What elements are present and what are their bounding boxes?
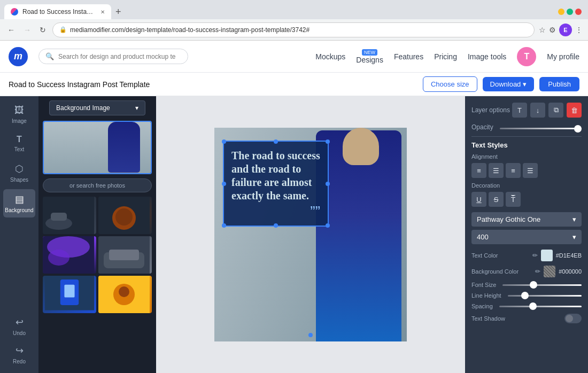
align-center-btn[interactable]: ☰ <box>489 163 504 178</box>
search-photos-input[interactable]: or search free photos <box>43 178 152 192</box>
handle-top-middle[interactable] <box>274 139 278 144</box>
photo-thumb-5[interactable] <box>43 276 96 313</box>
text-color-hex: #D1E4EB <box>556 252 582 259</box>
menu-button[interactable]: ⋮ <box>575 26 583 34</box>
sidebar-item-shapes[interactable]: ⬡ Shapes <box>3 159 35 187</box>
browser-tab[interactable]: Road to Success Instagram Post ✕ <box>4 4 111 19</box>
font-weight-dropdown[interactable]: 400 ▾ <box>471 230 582 244</box>
publish-button[interactable]: Publish <box>539 77 579 91</box>
handle-bottom-middle[interactable] <box>274 223 278 228</box>
choose-size-button[interactable]: Choose size <box>423 76 477 92</box>
bg-color-picker: ✏ #000000 <box>535 266 582 277</box>
design-canvas[interactable]: The road to success and the road to fail… <box>214 128 407 341</box>
layer-down-btn[interactable]: ↓ <box>530 103 545 118</box>
align-justify-btn[interactable]: ☰ <box>523 163 538 178</box>
line-height-row: Line Height <box>471 292 582 299</box>
handle-top-left[interactable] <box>222 139 226 144</box>
sidebar-item-background[interactable]: ▤ Background <box>3 189 35 217</box>
extensions-button[interactable]: ⚙ <box>549 26 556 34</box>
font-family-dropdown[interactable]: Pathway Gothic One ▾ <box>471 212 582 227</box>
handle-middle-right[interactable] <box>326 182 330 186</box>
divider-1 <box>471 136 582 137</box>
shapes-icon: ⬡ <box>15 163 24 175</box>
right-panel: Layer options T ↓ ⧉ 🗑 Opacity Text Style… <box>465 96 588 373</box>
reload-button[interactable]: ↻ <box>37 24 48 36</box>
text-styles-section: Text Styles Alignment ≡ ☰ ≡ ☰ Decoration <box>471 141 582 323</box>
text-color-edit-btn[interactable]: ✏ <box>532 252 538 259</box>
layer-duplicate-btn[interactable]: ⧉ <box>548 103 563 118</box>
quote-marks: ”” <box>231 205 320 218</box>
underline-btn[interactable]: U <box>471 192 486 207</box>
sidebar-item-text[interactable]: T Text <box>3 130 35 157</box>
download-button[interactable]: Download ▾ <box>483 77 535 91</box>
text-shadow-toggle[interactable] <box>564 314 582 323</box>
align-right-btn[interactable]: ≡ <box>506 163 521 178</box>
search-bar[interactable]: 🔍 <box>38 49 188 64</box>
sidebar-image-label: Image <box>12 118 27 124</box>
photo-thumb-2[interactable] <box>98 197 152 234</box>
photo-thumb-1[interactable] <box>43 197 96 234</box>
new-tab-button[interactable]: + <box>115 6 121 18</box>
font-size-slider[interactable] <box>502 284 582 286</box>
background-image-dropdown[interactable]: Background Image ▾ <box>49 100 145 115</box>
nav-designs[interactable]: NEW Designs <box>356 49 383 64</box>
logo-letter: m <box>14 51 22 62</box>
logo[interactable]: m <box>9 47 28 66</box>
photo-thumb-4[interactable] <box>98 236 152 274</box>
sidebar-item-redo[interactable]: ↪ Redo <box>3 340 35 369</box>
align-left-btn[interactable]: ≡ <box>471 163 486 178</box>
tab-close-btn[interactable]: ✕ <box>100 9 105 15</box>
opacity-slider[interactable] <box>500 128 582 129</box>
text-color-label: Text Color <box>471 252 498 259</box>
svg-point-17 <box>119 286 129 297</box>
search-icon: 🔍 <box>45 52 54 60</box>
quote-text-box[interactable]: The road to success and the road to fail… <box>223 141 329 227</box>
line-height-slider[interactable] <box>508 295 582 297</box>
bg-color-row: Background Color ✏ #000000 <box>471 266 582 277</box>
nav-image-tools[interactable]: Image tools <box>468 52 506 61</box>
user-avatar[interactable]: T <box>517 47 536 66</box>
preview-background <box>44 122 151 173</box>
font-dropdown-arrow-icon: ▾ <box>572 215 576 223</box>
back-button[interactable]: ← <box>5 24 17 36</box>
alignment-row: Alignment ≡ ☰ ≡ ☰ <box>471 153 582 178</box>
photo-grid <box>43 197 152 313</box>
sidebar-shapes-label: Shapes <box>10 177 28 183</box>
forward-button[interactable]: → <box>21 24 33 36</box>
bg-color-edit-btn[interactable]: ✏ <box>535 268 540 275</box>
spacing-slider[interactable] <box>499 306 582 307</box>
handle-top-right[interactable] <box>326 139 330 144</box>
photo-thumb-6[interactable] <box>98 276 152 313</box>
spacing-row: Spacing <box>471 303 582 309</box>
svg-rect-2 <box>51 213 67 221</box>
sidebar-item-image[interactable]: 🖼 Image <box>3 100 35 128</box>
quote-text: The road to success and the road to fail… <box>231 149 320 203</box>
background-preview[interactable] <box>43 121 152 174</box>
photo-thumb-3[interactable] <box>43 236 96 274</box>
bookmark-button[interactable]: ☆ <box>539 26 546 34</box>
address-bar[interactable]: 🔒 mediamodifier.com/design-template/road… <box>52 22 535 37</box>
redo-icon: ↪ <box>16 345 24 356</box>
close-button[interactable] <box>575 9 582 15</box>
handle-middle-left[interactable] <box>222 182 226 186</box>
nav-pricing[interactable]: Pricing <box>434 52 457 61</box>
nav-my-profile[interactable]: My profile <box>547 52 579 61</box>
bg-color-grid-btn[interactable] <box>544 266 555 277</box>
maximize-button[interactable] <box>567 9 573 15</box>
layer-delete-btn[interactable]: 🗑 <box>567 103 582 118</box>
toggle-thumb <box>566 315 573 322</box>
sidebar-item-undo[interactable]: ↩ Undo <box>3 312 35 340</box>
logo-circle: m <box>9 47 28 66</box>
search-input[interactable] <box>58 53 176 60</box>
minimize-button[interactable] <box>558 9 564 15</box>
weight-dropdown-arrow-icon: ▾ <box>572 233 576 241</box>
opacity-row: Opacity <box>471 123 582 131</box>
overline-btn[interactable]: T̄ <box>506 192 521 207</box>
nav-features[interactable]: Features <box>394 52 423 61</box>
text-color-swatch[interactable] <box>541 250 553 261</box>
font-size-row: Font Size <box>471 282 582 288</box>
nav-mockups[interactable]: Mockups <box>315 52 345 61</box>
layer-text-btn[interactable]: T <box>512 103 527 118</box>
strikethrough-btn[interactable]: S <box>489 192 504 207</box>
browser-user-avatar[interactable]: E <box>559 24 572 36</box>
